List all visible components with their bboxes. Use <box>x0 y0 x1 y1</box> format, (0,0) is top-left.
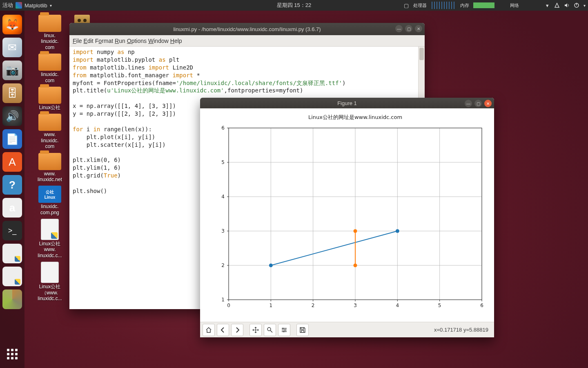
svg-text:Linux公社的网址是www.linuxidc.com: Linux公社的网址是www.linuxidc.com <box>308 114 402 120</box>
svg-text:2: 2 <box>221 263 225 268</box>
svg-point-45 <box>354 264 357 267</box>
svg-text:0: 0 <box>227 303 230 308</box>
active-app-name[interactable]: Matplotlib <box>24 2 47 9</box>
python-file-launcher[interactable] <box>2 244 22 263</box>
help-launcher[interactable]: ? <box>2 175 22 195</box>
cpu-graph <box>432 2 456 9</box>
thunderbird-launcher[interactable]: ✉ <box>2 38 22 57</box>
svg-text:6: 6 <box>221 125 225 131</box>
back-button[interactable] <box>217 324 229 336</box>
software-center-launcher[interactable]: A <box>2 152 22 172</box>
app-menu-caret-icon[interactable]: ▾ <box>50 3 52 8</box>
net-label: 网络 <box>510 2 519 9</box>
svg-text:1: 1 <box>221 297 225 303</box>
matplotlib-toolbar: x=0.171718 y=5.88819 <box>200 322 494 337</box>
menu-edit[interactable]: Edit <box>84 38 94 44</box>
svg-text:1: 1 <box>270 303 273 308</box>
matplotlib-icon <box>16 2 22 9</box>
clock-label[interactable]: 星期四 15：22 <box>277 2 312 9</box>
save-button[interactable] <box>296 324 309 336</box>
menu-file[interactable]: File <box>73 38 82 44</box>
svg-line-48 <box>270 330 272 332</box>
menu-window[interactable]: Window <box>148 38 169 44</box>
files-launcher[interactable]: 🗄 <box>2 83 22 103</box>
network-status-icon[interactable] <box>554 2 560 8</box>
desktop-icons: linux. linuxidc. com linuxidc. com Linux… <box>29 15 70 301</box>
svg-point-49 <box>283 328 284 329</box>
desktop-folder[interactable]: linux. linuxidc. com <box>29 15 70 50</box>
svg-point-43 <box>269 264 273 267</box>
dock: 🦊 ✉ 📷 🗄 🔊 📄 A ? a >_ <box>0 11 24 368</box>
desktop-folder[interactable]: linuxidc. com <box>29 54 70 83</box>
camera-launcher[interactable]: 📷 <box>2 61 22 80</box>
mem-graph <box>473 2 506 8</box>
idle-window-title: linuxmi.py - /home/linuxidc/www.linuxidc… <box>173 26 321 32</box>
figure-titlebar[interactable]: Figure 1 — ▢ ✕ <box>200 98 494 108</box>
system-menu-caret-icon[interactable]: ▾ <box>584 3 586 8</box>
cpu-label: 处理器 <box>413 2 427 9</box>
maximize-button[interactable]: ▢ <box>405 25 412 32</box>
desktop-folder[interactable]: www. linuxidc. com <box>29 114 70 149</box>
figure-window: Figure 1 — ▢ ✕ Linux公社的网址是www.linuxidc.c… <box>200 98 494 337</box>
disk-analyzer-launcher[interactable] <box>2 289 22 309</box>
desktop-file[interactable]: Linux公社 （www. linuxidc.c... <box>29 262 70 301</box>
volume-icon[interactable] <box>564 2 570 8</box>
idle-titlebar[interactable]: linuxmi.py - /home/linuxidc/www.linuxidc… <box>69 23 425 35</box>
input-method-icon[interactable]: ▾ <box>544 2 550 8</box>
menu-options[interactable]: Options <box>127 38 147 44</box>
net-graph <box>524 2 540 9</box>
menu-format[interactable]: Format <box>95 38 113 44</box>
activities-button[interactable]: 活动 <box>2 2 13 9</box>
desktop-file[interactable]: Linux公社 www. linuxidc.c... <box>29 219 70 258</box>
svg-text:5: 5 <box>221 159 225 165</box>
svg-text:3: 3 <box>354 303 357 308</box>
firefox-launcher[interactable]: 🦊 <box>2 15 22 34</box>
close-button[interactable]: ✕ <box>415 25 422 32</box>
chart-svg: Linux公社的网址是www.linuxidc.com0123456123456 <box>200 108 494 320</box>
amazon-launcher[interactable]: a <box>2 198 22 218</box>
cursor-coordinates: x=0.171718 y=5.88819 <box>434 327 492 333</box>
maximize-button[interactable]: ▢ <box>474 100 482 107</box>
svg-point-44 <box>396 229 399 233</box>
mem-label: 内存 <box>460 2 469 9</box>
desktop-folder[interactable]: www. linuxidc.net <box>29 153 70 183</box>
svg-text:4: 4 <box>221 194 225 200</box>
svg-point-50 <box>285 329 286 330</box>
svg-text:4: 4 <box>396 303 399 308</box>
top-panel: 活动 Matplotlib ▾ 星期四 15：22 ▢ 处理器 内存 网络 ▾ … <box>0 0 588 11</box>
system-monitor-icon[interactable]: ▢ <box>403 2 409 8</box>
zoom-button[interactable] <box>264 324 276 336</box>
music-launcher[interactable]: 🔊 <box>2 106 22 126</box>
terminal-launcher[interactable]: >_ <box>2 221 22 240</box>
svg-point-51 <box>283 331 285 332</box>
minimize-button[interactable]: — <box>465 100 472 107</box>
forward-button[interactable] <box>231 324 243 336</box>
home-button[interactable] <box>203 324 215 336</box>
close-button[interactable]: ✕ <box>484 100 492 107</box>
svg-text:2: 2 <box>312 303 315 308</box>
minimize-button[interactable]: — <box>395 25 403 32</box>
plot-canvas[interactable]: Linux公社的网址是www.linuxidc.com0123456123456 <box>200 108 494 322</box>
menu-help[interactable]: Help <box>170 38 182 44</box>
configure-button[interactable] <box>278 324 290 336</box>
pan-button[interactable] <box>249 324 262 336</box>
svg-text:5: 5 <box>438 303 441 308</box>
svg-point-46 <box>354 229 357 233</box>
desktop-image[interactable]: 公社Linuxlinuxidc. com.png <box>29 186 70 215</box>
menu-run[interactable]: Run <box>115 38 125 44</box>
python-file-launcher-2[interactable] <box>2 267 22 286</box>
desktop-folder[interactable]: Linux公社 <box>29 87 70 110</box>
show-apps-button[interactable] <box>2 344 22 364</box>
writer-launcher[interactable]: 📄 <box>2 129 22 149</box>
idle-menubar: File Edit Format Run Options Window Help <box>69 35 425 47</box>
svg-text:6: 6 <box>480 303 483 308</box>
figure-window-title: Figure 1 <box>337 100 357 106</box>
svg-text:3: 3 <box>221 228 225 234</box>
power-icon[interactable] <box>574 2 579 8</box>
svg-point-47 <box>267 328 271 331</box>
